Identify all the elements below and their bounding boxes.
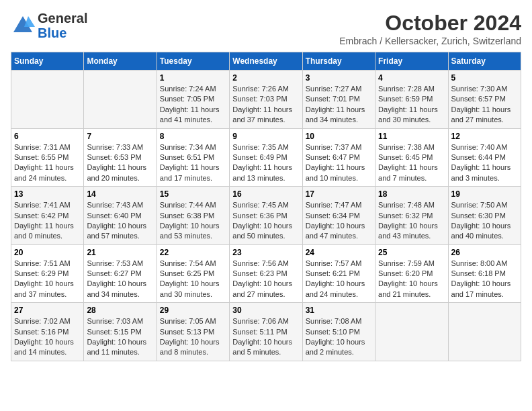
calendar-day-cell [84, 71, 157, 129]
day-info: Sunrise: 7:08 AMSunset: 5:10 PMDaylight:… [306, 316, 372, 358]
calendar-day-cell: 6Sunrise: 7:31 AMSunset: 6:55 PMDaylight… [11, 128, 84, 187]
calendar-day-cell [11, 71, 84, 129]
calendar-day-cell: 17Sunrise: 7:47 AMSunset: 6:34 PMDayligh… [302, 187, 375, 245]
day-number: 8 [160, 132, 226, 141]
calendar-day-cell: 2Sunrise: 7:26 AMSunset: 7:03 PMDaylight… [230, 71, 302, 129]
weekday-header: Tuesday [157, 52, 229, 71]
calendar-day-cell: 26Sunrise: 8:00 AMSunset: 6:18 PMDayligh… [448, 244, 521, 303]
calendar-day-cell: 12Sunrise: 7:40 AMSunset: 6:44 PMDayligh… [448, 128, 521, 187]
calendar-day-cell: 19Sunrise: 7:50 AMSunset: 6:30 PMDayligh… [448, 187, 521, 245]
calendar-week-row: 6Sunrise: 7:31 AMSunset: 6:55 PMDaylight… [11, 128, 521, 187]
calendar-day-cell: 14Sunrise: 7:43 AMSunset: 6:40 PMDayligh… [84, 187, 157, 245]
day-info: Sunrise: 7:28 AMSunset: 6:59 PMDaylight:… [378, 84, 445, 126]
day-number: 27 [14, 306, 81, 315]
calendar-day-cell: 8Sunrise: 7:34 AMSunset: 6:51 PMDaylight… [157, 128, 229, 187]
day-info: Sunrise: 7:41 AMSunset: 6:42 PMDaylight:… [14, 200, 81, 242]
calendar-day-cell: 4Sunrise: 7:28 AMSunset: 6:59 PMDaylight… [375, 71, 448, 129]
calendar-day-cell: 25Sunrise: 7:59 AMSunset: 6:20 PMDayligh… [375, 244, 448, 303]
calendar-table: SundayMondayTuesdayWednesdayThursdayFrid… [11, 52, 521, 361]
day-number: 13 [14, 189, 81, 199]
day-info: Sunrise: 7:31 AMSunset: 6:55 PMDaylight:… [14, 142, 81, 184]
page-header: GeneralBlue October 2024 Embrach / Kelle… [11, 11, 521, 46]
calendar-day-cell: 7Sunrise: 7:33 AMSunset: 6:53 PMDaylight… [84, 128, 157, 187]
weekday-header-row: SundayMondayTuesdayWednesdayThursdayFrid… [11, 52, 521, 71]
day-number: 15 [160, 189, 226, 199]
weekday-header: Sunday [11, 52, 84, 71]
day-number: 19 [451, 189, 518, 199]
calendar-day-cell: 10Sunrise: 7:37 AMSunset: 6:47 PMDayligh… [302, 128, 375, 187]
day-info: Sunrise: 7:50 AMSunset: 6:30 PMDaylight:… [451, 200, 518, 242]
day-number: 22 [160, 248, 226, 257]
day-number: 18 [378, 189, 445, 199]
day-number: 5 [451, 73, 518, 83]
calendar-day-cell: 1Sunrise: 7:24 AMSunset: 7:05 PMDaylight… [157, 71, 229, 129]
day-info: Sunrise: 7:05 AMSunset: 5:13 PMDaylight:… [160, 316, 226, 358]
calendar-day-cell: 28Sunrise: 7:03 AMSunset: 5:15 PMDayligh… [84, 303, 157, 361]
calendar-day-cell: 24Sunrise: 7:57 AMSunset: 6:21 PMDayligh… [302, 244, 375, 303]
day-number: 29 [160, 306, 226, 315]
day-info: Sunrise: 7:38 AMSunset: 6:45 PMDaylight:… [378, 142, 445, 184]
day-number: 17 [306, 189, 372, 199]
day-info: Sunrise: 7:43 AMSunset: 6:40 PMDaylight:… [87, 200, 153, 242]
month-title: October 2024 [339, 11, 521, 36]
day-info: Sunrise: 7:37 AMSunset: 6:47 PMDaylight:… [306, 142, 372, 184]
day-info: Sunrise: 7:30 AMSunset: 6:57 PMDaylight:… [451, 84, 518, 126]
calendar-day-cell: 29Sunrise: 7:05 AMSunset: 5:13 PMDayligh… [157, 303, 229, 361]
logo-icon [11, 13, 35, 38]
logo-blue: Blue [38, 26, 66, 40]
day-info: Sunrise: 7:59 AMSunset: 6:20 PMDaylight:… [378, 259, 445, 300]
day-number: 21 [87, 248, 153, 257]
day-number: 30 [232, 306, 299, 315]
day-number: 25 [378, 248, 445, 257]
day-info: Sunrise: 7:47 AMSunset: 6:34 PMDaylight:… [306, 200, 372, 242]
calendar-day-cell: 30Sunrise: 7:06 AMSunset: 5:11 PMDayligh… [230, 303, 302, 361]
day-number: 7 [87, 132, 153, 141]
calendar-day-cell: 9Sunrise: 7:35 AMSunset: 6:49 PMDaylight… [230, 128, 302, 187]
calendar-week-row: 27Sunrise: 7:02 AMSunset: 5:16 PMDayligh… [11, 303, 521, 361]
day-info: Sunrise: 7:57 AMSunset: 6:21 PMDaylight:… [306, 259, 372, 300]
calendar-day-cell [448, 303, 521, 361]
day-number: 4 [378, 73, 445, 83]
day-number: 3 [306, 73, 372, 83]
calendar-day-cell: 18Sunrise: 7:48 AMSunset: 6:32 PMDayligh… [375, 187, 448, 245]
calendar-week-row: 20Sunrise: 7:51 AMSunset: 6:29 PMDayligh… [11, 244, 521, 303]
day-number: 23 [232, 248, 299, 257]
weekday-header: Wednesday [230, 52, 302, 71]
day-info: Sunrise: 7:26 AMSunset: 7:03 PMDaylight:… [232, 84, 299, 126]
location-title: Embrach / Kellersacker, Zurich, Switzerl… [339, 36, 521, 46]
day-number: 1 [160, 73, 226, 83]
day-number: 20 [14, 248, 81, 257]
day-number: 6 [14, 132, 81, 141]
logo-text: GeneralBlue [38, 11, 87, 40]
calendar-day-cell [375, 303, 448, 361]
logo: GeneralBlue [11, 11, 87, 40]
day-number: 2 [232, 73, 299, 83]
day-info: Sunrise: 7:24 AMSunset: 7:05 PMDaylight:… [160, 84, 226, 126]
day-number: 28 [87, 306, 153, 315]
weekday-header: Thursday [302, 52, 375, 71]
calendar-day-cell: 15Sunrise: 7:44 AMSunset: 6:38 PMDayligh… [157, 187, 229, 245]
calendar-day-cell: 31Sunrise: 7:08 AMSunset: 5:10 PMDayligh… [302, 303, 375, 361]
calendar-day-cell: 20Sunrise: 7:51 AMSunset: 6:29 PMDayligh… [11, 244, 84, 303]
calendar-day-cell: 23Sunrise: 7:56 AMSunset: 6:23 PMDayligh… [230, 244, 302, 303]
day-number: 11 [378, 132, 445, 141]
calendar-day-cell: 16Sunrise: 7:45 AMSunset: 6:36 PMDayligh… [230, 187, 302, 245]
calendar-week-row: 1Sunrise: 7:24 AMSunset: 7:05 PMDaylight… [11, 71, 521, 129]
day-info: Sunrise: 8:00 AMSunset: 6:18 PMDaylight:… [451, 259, 518, 300]
day-number: 24 [306, 248, 372, 257]
day-info: Sunrise: 7:51 AMSunset: 6:29 PMDaylight:… [14, 259, 81, 300]
day-info: Sunrise: 7:44 AMSunset: 6:38 PMDaylight:… [160, 200, 226, 242]
day-number: 31 [306, 306, 372, 315]
calendar-day-cell: 21Sunrise: 7:53 AMSunset: 6:27 PMDayligh… [84, 244, 157, 303]
day-info: Sunrise: 7:48 AMSunset: 6:32 PMDaylight:… [378, 200, 445, 242]
day-info: Sunrise: 7:02 AMSunset: 5:16 PMDaylight:… [14, 316, 81, 358]
day-info: Sunrise: 7:03 AMSunset: 5:15 PMDaylight:… [87, 316, 153, 358]
day-number: 10 [306, 132, 372, 141]
day-info: Sunrise: 7:35 AMSunset: 6:49 PMDaylight:… [232, 142, 299, 184]
day-info: Sunrise: 7:34 AMSunset: 6:51 PMDaylight:… [160, 142, 226, 184]
weekday-header: Friday [375, 52, 448, 71]
calendar-week-row: 13Sunrise: 7:41 AMSunset: 6:42 PMDayligh… [11, 187, 521, 245]
calendar-day-cell: 3Sunrise: 7:27 AMSunset: 7:01 PMDaylight… [302, 71, 375, 129]
calendar-day-cell: 11Sunrise: 7:38 AMSunset: 6:45 PMDayligh… [375, 128, 448, 187]
calendar-day-cell: 22Sunrise: 7:54 AMSunset: 6:25 PMDayligh… [157, 244, 229, 303]
